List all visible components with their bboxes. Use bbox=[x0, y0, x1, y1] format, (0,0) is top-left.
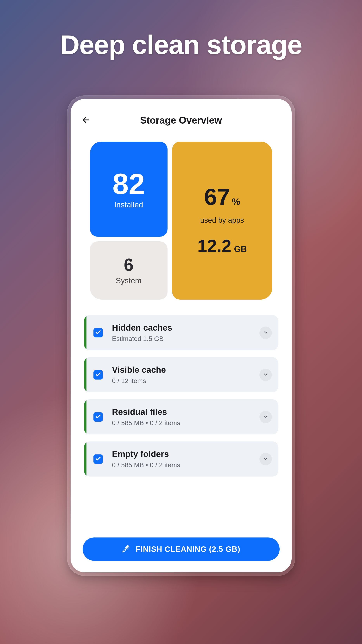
card-installed[interactable]: 82 Installed bbox=[90, 142, 168, 237]
card-system[interactable]: 6 System bbox=[90, 242, 168, 300]
card-usage[interactable]: 67 % used by apps 12.2 GB bbox=[172, 142, 272, 300]
list-item-title: Hidden caches bbox=[112, 323, 259, 332]
list-item[interactable]: Hidden caches Estimated 1.5 GB bbox=[84, 315, 278, 350]
usage-size-unit: GB bbox=[234, 244, 247, 254]
list-item-title: Residual files bbox=[112, 407, 259, 417]
list-item-subtitle: 0 / 585 MB • 0 / 2 items bbox=[112, 419, 259, 427]
usage-percent-sign: % bbox=[232, 196, 240, 207]
page-title: Deep clean storage bbox=[60, 29, 302, 60]
list-item-text: Visible cache 0 / 12 items bbox=[112, 365, 259, 384]
phone-screen: Storage Overview 82 Installed 6 System 6… bbox=[71, 99, 292, 572]
installed-label: Installed bbox=[114, 200, 143, 209]
back-button[interactable] bbox=[80, 114, 92, 126]
expand-button[interactable] bbox=[259, 326, 272, 339]
check-icon bbox=[95, 329, 101, 336]
checkbox[interactable] bbox=[93, 454, 103, 464]
chevron-down-icon bbox=[263, 372, 269, 378]
list-item-text: Residual files 0 / 585 MB • 0 / 2 items bbox=[112, 407, 259, 427]
list-item-title: Empty folders bbox=[112, 449, 259, 459]
checkbox[interactable] bbox=[93, 328, 103, 338]
system-label: System bbox=[116, 276, 142, 285]
list-item-text: Hidden caches Estimated 1.5 GB bbox=[112, 323, 259, 342]
arrow-left-icon bbox=[82, 116, 90, 125]
spacer bbox=[80, 476, 282, 538]
usage-size-value: 12.2 bbox=[197, 236, 231, 256]
list-item-title: Visible cache bbox=[112, 365, 259, 375]
finish-cleaning-label: FINISH CLEANING (2.5 GB) bbox=[136, 545, 240, 554]
chevron-down-icon bbox=[263, 414, 269, 420]
list-item-text: Empty folders 0 / 585 MB • 0 / 2 items bbox=[112, 449, 259, 469]
usage-percent: 67 bbox=[204, 185, 230, 208]
header: Storage Overview bbox=[80, 112, 282, 128]
check-icon bbox=[95, 414, 101, 420]
list-item-subtitle: Estimated 1.5 GB bbox=[112, 335, 259, 342]
finish-cleaning-button[interactable]: FINISH CLEANING (2.5 GB) bbox=[83, 538, 280, 561]
cleanup-list: Hidden caches Estimated 1.5 GB Visible c… bbox=[80, 315, 282, 476]
check-icon bbox=[95, 456, 101, 462]
expand-button[interactable] bbox=[259, 411, 272, 423]
check-icon bbox=[95, 372, 101, 378]
expand-button[interactable] bbox=[259, 369, 272, 381]
system-count: 6 bbox=[124, 256, 133, 274]
broom-icon bbox=[122, 544, 130, 554]
usage-percent-row: 67 % bbox=[204, 185, 240, 208]
list-item[interactable]: Empty folders 0 / 585 MB • 0 / 2 items bbox=[84, 442, 278, 476]
usage-size-row: 12.2 GB bbox=[197, 236, 247, 256]
stats-grid: 82 Installed 6 System 67 % used by apps … bbox=[80, 142, 282, 300]
list-item[interactable]: Residual files 0 / 585 MB • 0 / 2 items bbox=[84, 399, 278, 434]
stats-left-column: 82 Installed 6 System bbox=[90, 142, 168, 300]
screen-title: Storage Overview bbox=[140, 115, 222, 126]
list-item-subtitle: 0 / 12 items bbox=[112, 377, 259, 384]
chevron-down-icon bbox=[263, 330, 269, 336]
checkbox[interactable] bbox=[93, 412, 103, 422]
chevron-down-icon bbox=[263, 456, 269, 462]
phone-frame: Storage Overview 82 Installed 6 System 6… bbox=[67, 96, 295, 576]
usage-label: used by apps bbox=[200, 216, 244, 224]
installed-count: 82 bbox=[112, 170, 145, 198]
checkbox[interactable] bbox=[93, 370, 103, 380]
list-item[interactable]: Visible cache 0 / 12 items bbox=[84, 357, 278, 392]
expand-button[interactable] bbox=[259, 453, 272, 465]
list-item-subtitle: 0 / 585 MB • 0 / 2 items bbox=[112, 461, 259, 469]
